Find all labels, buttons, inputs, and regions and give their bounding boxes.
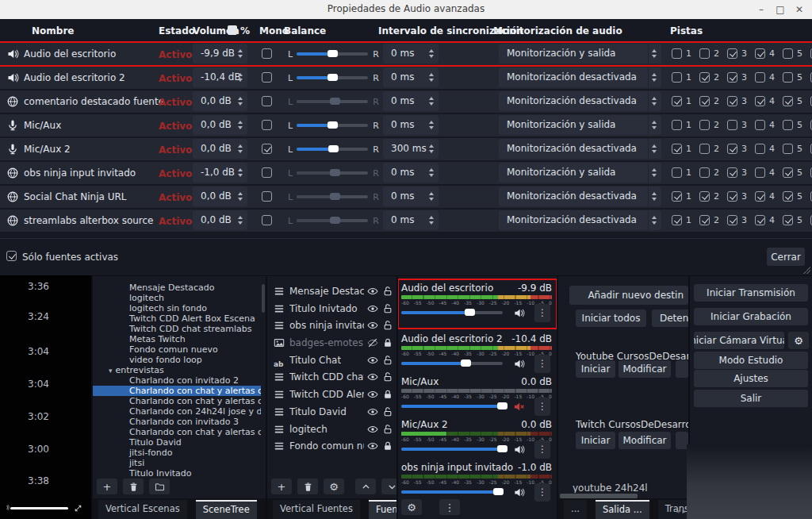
lock-toggle[interactable] [382,406,393,417]
sync-offset-input[interactable]: 300 ms [383,139,439,159]
mixer-slider-thumb[interactable] [497,402,508,409]
balance-thumb[interactable] [328,145,339,152]
scene-duration-label[interactable]: 3:04 [14,379,49,390]
monitoring-select[interactable]: Monitorización desactivada [499,186,661,206]
balance-slider[interactable]: LR [288,43,379,65]
remove-scene-button[interactable] [123,479,144,494]
track-3-checkbox[interactable] [727,96,737,106]
track-1-checkbox[interactable] [672,191,682,202]
track-3-checkbox[interactable] [727,167,737,178]
scene-duration-label[interactable]: 3:00 [14,444,49,455]
balance-slider[interactable]: LR [288,162,379,184]
balance-thumb[interactable] [330,169,340,176]
balance-thumb[interactable] [330,98,340,105]
mixer-volume-slider[interactable] [401,445,503,454]
visibility-toggle[interactable] [367,440,378,452]
scene-tree-item[interactable]: Metas Twitch [93,334,261,344]
visibility-toggle[interactable] [367,303,378,314]
track-3-checkbox[interactable] [727,215,737,225]
balance-thumb[interactable] [330,217,340,224]
tab-scroll-left-icon[interactable]: ◂ [676,507,680,515]
track-3-checkbox[interactable] [727,120,737,130]
virtual-camera-settings-button[interactable]: ⚙ [788,332,809,349]
mono-checkbox[interactable] [262,167,272,178]
sync-offset-input[interactable]: 0 ms [383,115,439,135]
channel-menu-button[interactable]: ⋮ [534,483,550,502]
mute-button[interactable] [513,486,525,498]
track-2-checkbox[interactable] [699,120,710,130]
mute-button[interactable] [513,401,525,413]
source-row[interactable]: Titulo David [267,403,396,421]
scene-tree-item[interactable]: Twitch CDD Alert Box Escena [93,313,261,324]
output-dock-tab[interactable]: ... [564,500,587,519]
scene-tree-item[interactable]: Twitch CDD chat streamlabs [93,324,261,334]
track-2-checkbox[interactable] [699,215,710,225]
monitoring-select[interactable]: Monitorización desactivada [499,67,661,87]
source-row[interactable]: Twitch CDD Alert E [267,386,396,403]
scene-tree-item[interactable]: logitech sin fondo [93,303,261,313]
track-1-checkbox[interactable] [672,144,682,154]
mono-checkbox[interactable] [262,215,272,225]
track-2-checkbox[interactable] [699,144,710,154]
lock-toggle[interactable] [382,440,393,452]
volume-input[interactable]: 0,0 dB [193,115,247,135]
clipped-button[interactable] [676,360,688,378]
mixer-slider-thumb[interactable] [493,488,504,495]
scene-duration-label[interactable]: 3:04 [14,346,49,357]
sync-offset-input[interactable]: 0 ms [383,67,439,87]
track-3-checkbox[interactable] [727,191,737,202]
balance-slider[interactable]: LR [288,186,379,208]
mono-checkbox[interactable] [262,48,272,59]
scene-tree-item[interactable]: Charlando con chat y alertas con... [93,386,261,396]
scene-group-item[interactable]: ▾entrevistas [93,365,261,375]
volume-input[interactable]: 0,0 dB [193,139,247,159]
resize-grip[interactable] [803,267,810,274]
track-5-checkbox[interactable] [783,191,793,202]
balance-slider[interactable]: LR [288,210,379,232]
track-4-checkbox[interactable] [755,48,765,59]
scene-dock-tab[interactable]: Vertical Escenas [98,500,187,519]
track-1-checkbox[interactable] [672,215,682,225]
track-1-checkbox[interactable] [672,167,682,178]
scene-dock-tab[interactable]: SceneTree [196,500,257,519]
minimize-button[interactable]: – [752,0,771,19]
scene-tree-item[interactable]: Titulo David [93,437,261,448]
scene-tree-item[interactable]: Charlando con chat y alertas con [93,396,261,406]
scene-tree-item[interactable]: Charlando con invitado 2 [93,375,261,386]
scene-tree-item[interactable]: jitsi-fondo [93,448,261,458]
track-4-checkbox[interactable] [755,191,765,202]
track-4-checkbox[interactable] [755,215,765,225]
preview-volume-slider[interactable] [10,507,68,509]
balance-thumb[interactable] [327,50,338,57]
output-modify-button[interactable]: Modificar [619,432,671,449]
add-scene-button[interactable]: + [97,479,117,494]
source-row[interactable]: obs ninja invitado [267,317,396,334]
volume-input[interactable]: 0,0 dB [193,210,247,230]
move-source-up-button[interactable] [355,479,376,494]
mute-button[interactable] [513,307,525,319]
lock-toggle[interactable] [382,320,393,331]
mixer-slider-thumb[interactable] [465,309,475,316]
balance-slider[interactable]: LR [288,114,379,136]
balance-thumb[interactable] [327,121,338,129]
visibility-toggle[interactable] [367,371,378,383]
mono-checkbox[interactable] [262,120,272,130]
add-destination-button[interactable]: Añadir nuevo destin [569,286,688,305]
scene-duration-label[interactable]: 3:02 [14,411,49,422]
track-4-checkbox[interactable] [755,144,765,154]
sync-offset-input[interactable]: 0 ms [383,186,439,206]
control-ajustes-button[interactable]: Ajustes [694,370,808,387]
channel-menu-button[interactable]: ⋮ [534,355,550,373]
control-iniciar-transmisi-n-button[interactable]: Iniciar Transmisión [694,284,808,302]
visibility-toggle[interactable] [367,286,378,297]
move-source-down-button[interactable] [381,479,396,494]
monitoring-select[interactable]: Monitorización y salida [499,115,661,135]
lock-toggle[interactable] [382,389,393,400]
track-5-checkbox[interactable] [783,72,793,83]
mono-checkbox[interactable] [262,96,272,106]
add-source-button[interactable]: + [271,479,292,494]
track-2-checkbox[interactable] [699,48,710,59]
scene-tree-item[interactable]: Charlando con chat y alertas con... [93,427,261,437]
scene-tree-item[interactable]: jitsi [93,458,261,468]
visibility-toggle[interactable] [367,389,378,400]
